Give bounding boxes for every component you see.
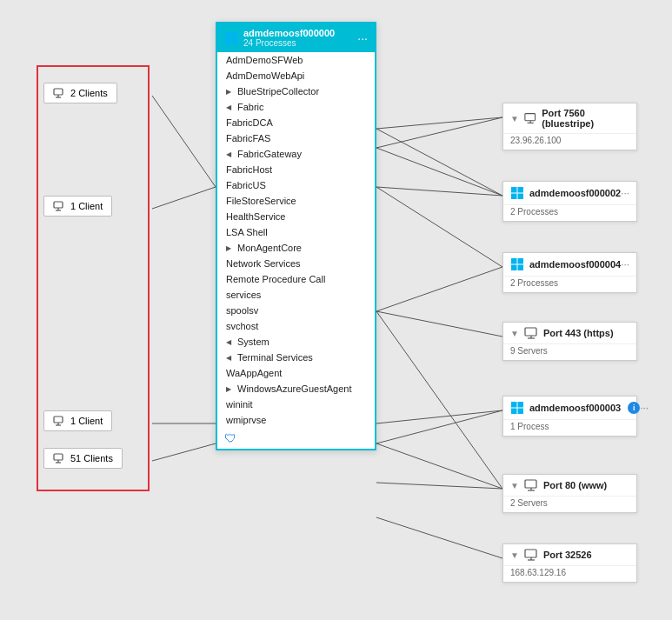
- node-title: Port 443 (https): [543, 328, 614, 338]
- process-item-13[interactable]: Network Services: [217, 256, 375, 271]
- svg-rect-30: [225, 32, 231, 38]
- client-icon-2: [53, 415, 65, 427]
- svg-line-8: [376, 311, 502, 337]
- client-label-3: 51 Clients: [70, 453, 113, 463]
- svg-rect-24: [54, 417, 63, 423]
- process-panel-menu[interactable]: ···: [357, 31, 368, 45]
- node-title: Port 32526: [543, 550, 592, 560]
- process-item-14[interactable]: Remote Procedure Call: [217, 271, 375, 287]
- process-item-6[interactable]: ◀FabricGateway: [217, 146, 375, 162]
- process-item-9[interactable]: FileStoreService: [217, 193, 375, 209]
- svg-rect-21: [54, 202, 63, 208]
- process-item-0[interactable]: AdmDemoSFWeb: [217, 52, 375, 68]
- svg-line-12: [376, 517, 502, 558]
- svg-rect-52: [525, 480, 536, 488]
- chevron-down-icon[interactable]: ▼: [510, 550, 519, 560]
- svg-line-7: [376, 267, 502, 311]
- node-title: admdemoosf000002: [529, 188, 621, 198]
- svg-line-5: [376, 148, 502, 196]
- dots-menu[interactable]: ···: [621, 187, 629, 199]
- dots-menu[interactable]: ···: [621, 258, 629, 270]
- process-item-3[interactable]: ◀Fabric: [217, 99, 375, 115]
- process-item-22[interactable]: wininit: [217, 397, 375, 412]
- process-item-18[interactable]: ◀System: [217, 334, 375, 350]
- right-node-adm002[interactable]: admdemoosf000002 ··· 2 Processes: [502, 181, 637, 222]
- process-panel-subtitle: 24 Processes: [243, 38, 335, 48]
- right-node-port7560[interactable]: ▼ Port 7560 (bluestripe) 23.96.26.100: [502, 103, 637, 150]
- process-item-16[interactable]: spoolsv: [217, 303, 375, 318]
- client-node-2[interactable]: 1 Client: [43, 410, 112, 431]
- svg-rect-33: [232, 38, 238, 44]
- svg-line-3: [152, 443, 216, 461]
- svg-rect-45: [525, 328, 536, 336]
- right-node-adm003[interactable]: admdemoosf000003 i ··· 1 Process: [502, 396, 637, 437]
- node-title: Port 80 (www): [543, 480, 607, 490]
- monitor-icon: [524, 112, 536, 124]
- right-node-adm004[interactable]: admdemoosf000004 ··· 2 Processes: [502, 252, 637, 293]
- windows-icon: [510, 257, 524, 271]
- svg-rect-18: [54, 89, 63, 95]
- right-node-port80[interactable]: ▼ Port 80 (www) 2 Servers: [502, 474, 637, 513]
- process-list: AdmDemoSFWebAdmDemoWebApi▶BlueStripeColl…: [217, 52, 375, 428]
- process-panel-header: admdemoosf000000 24 Processes ···: [217, 23, 375, 52]
- svg-rect-40: [518, 194, 524, 200]
- process-item-11[interactable]: LSA Shell: [217, 224, 375, 240]
- process-panel-hostname: admdemoosf000000: [243, 28, 335, 38]
- svg-line-0: [152, 96, 216, 187]
- windows-icon: [224, 31, 238, 45]
- process-item-1[interactable]: AdmDemoWebApi: [217, 68, 375, 83]
- svg-line-16: [376, 311, 502, 489]
- svg-rect-37: [511, 187, 517, 193]
- right-node-port32526[interactable]: ▼ Port 32526 168.63.129.16: [502, 543, 637, 583]
- client-icon-0: [53, 87, 65, 99]
- node-subtitle: 2 Processes: [503, 205, 636, 221]
- svg-rect-48: [511, 402, 517, 408]
- svg-line-10: [376, 410, 502, 443]
- client-icon-3: [53, 452, 65, 464]
- svg-line-15: [376, 187, 502, 267]
- process-item-21[interactable]: ▶WindowsAzureGuestAgent: [217, 381, 375, 397]
- process-item-4[interactable]: FabricDCA: [217, 115, 375, 130]
- windows-icon: [510, 186, 524, 200]
- process-item-5[interactable]: FabricFAS: [217, 130, 375, 146]
- chevron-down-icon[interactable]: ▼: [510, 329, 519, 338]
- node-subtitle: 2 Servers: [503, 497, 636, 512]
- dots-menu[interactable]: ···: [640, 402, 649, 414]
- client-label-2: 1 Client: [70, 416, 103, 426]
- svg-rect-38: [518, 187, 524, 193]
- client-node-1[interactable]: 1 Client: [43, 196, 112, 217]
- node-subtitle: 2 Processes: [503, 277, 636, 292]
- process-item-19[interactable]: ◀Terminal Services: [217, 350, 375, 365]
- monitor-icon: [524, 549, 538, 561]
- process-panel: admdemoosf000000 24 Processes ··· AdmDem…: [216, 22, 376, 450]
- svg-rect-43: [511, 265, 517, 271]
- right-node-port443[interactable]: ▼ Port 443 (https) 9 Servers: [502, 322, 637, 361]
- process-item-10[interactable]: HealthService: [217, 209, 375, 224]
- svg-line-9: [376, 410, 502, 423]
- process-item-8[interactable]: FabricUS: [217, 177, 375, 193]
- process-item-7[interactable]: FabricHost: [217, 162, 375, 177]
- client-label-0: 2 Clients: [70, 88, 108, 98]
- monitor-icon: [524, 479, 538, 491]
- svg-rect-41: [511, 258, 517, 264]
- process-item-15[interactable]: services: [217, 287, 375, 303]
- chevron-down-icon[interactable]: ▼: [510, 114, 519, 123]
- process-item-12[interactable]: ▶MonAgentCore: [217, 240, 375, 256]
- windows-icon: [510, 401, 524, 415]
- chevron-down-icon[interactable]: ▼: [510, 481, 519, 490]
- panel-bottom: 🛡: [217, 428, 375, 449]
- client-node-3[interactable]: 51 Clients: [43, 448, 123, 469]
- svg-line-13: [376, 129, 502, 196]
- client-node-0[interactable]: 2 Clients: [43, 83, 117, 103]
- process-item-20[interactable]: WaAppAgent: [217, 365, 375, 381]
- node-title: admdemoosf000003: [529, 403, 621, 413]
- process-item-2[interactable]: ▶BlueStripeCollector: [217, 83, 375, 99]
- svg-line-17: [376, 443, 502, 489]
- svg-rect-27: [54, 454, 63, 460]
- svg-rect-51: [518, 409, 524, 415]
- svg-rect-34: [525, 114, 536, 121]
- svg-rect-55: [525, 550, 536, 557]
- node-subtitle: 23.96.26.100: [503, 134, 636, 150]
- process-item-23[interactable]: wmiprvse: [217, 412, 375, 428]
- process-item-17[interactable]: svchost: [217, 318, 375, 334]
